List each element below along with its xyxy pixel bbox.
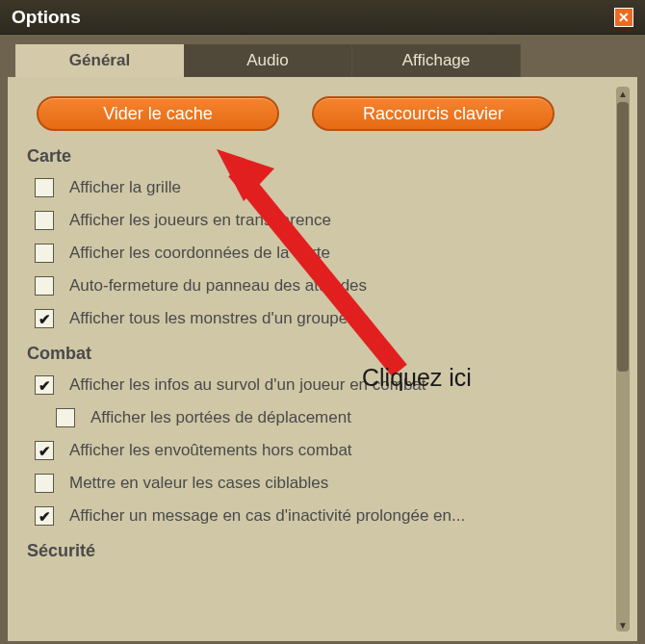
checkbox-movement-range[interactable] [56, 408, 75, 427]
tab-bar: Général Audio Affichage [0, 35, 645, 77]
options-window: Options ✕ Général Audio Affichage Vider … [0, 0, 645, 644]
option-row: Afficher les portées de déplacement [56, 404, 610, 431]
option-label: Afficher la grille [69, 178, 181, 197]
option-label: Afficher les envoûtements hors combat [69, 441, 352, 460]
option-row: Afficher la grille [35, 174, 610, 201]
option-row: Afficher un message en cas d'inactivité … [35, 502, 610, 529]
checkbox-inactivity-message[interactable] [35, 506, 54, 526]
option-row: Mettre en valeur les cases ciblables [35, 470, 610, 497]
window-title: Options [12, 7, 81, 28]
checkbox-show-all-monsters[interactable] [35, 309, 54, 328]
titlebar: Options ✕ [0, 0, 645, 35]
option-row: Afficher les coordonnées de la carte [35, 240, 610, 267]
checkbox-show-coords[interactable] [35, 244, 54, 263]
option-label: Afficher les portées de déplacement [90, 408, 351, 427]
scroll-area: Vider le cache Raccourcis clavier Carte … [27, 96, 610, 630]
tab-audio[interactable]: Audio [184, 44, 352, 77]
scrollbar[interactable]: ▲ ▼ [616, 87, 630, 631]
checkbox-players-transparent[interactable] [35, 211, 54, 230]
options-panel: Vider le cache Raccourcis clavier Carte … [8, 77, 637, 641]
section-heading-combat: Combat [27, 344, 610, 364]
option-label: Afficher un message en cas d'inactivité … [69, 506, 465, 526]
option-label: Mettre en valeur les cases ciblables [69, 474, 328, 493]
option-label: Afficher les infos au survol d'un joueur… [69, 375, 426, 395]
checkbox-auto-close-attitudes[interactable] [35, 276, 54, 296]
close-button[interactable]: ✕ [614, 8, 633, 27]
option-label: Afficher les coordonnées de la carte [69, 244, 330, 263]
option-label: Auto-fermeture du panneau des attitudes [69, 276, 367, 296]
option-row: Afficher les infos au survol d'un joueur… [35, 372, 610, 399]
section-heading-security: Sécurité [27, 541, 610, 561]
section-heading-map: Carte [27, 146, 610, 167]
option-label: Afficher les joueurs en transparence [69, 211, 331, 230]
checkbox-highlight-targetable[interactable] [35, 474, 54, 493]
option-row: Afficher les joueurs en transparence [35, 207, 610, 234]
option-label: Afficher tous les monstres d'un groupe [69, 309, 348, 328]
clear-cache-button[interactable]: Vider le cache [37, 96, 279, 131]
option-row: Afficher tous les monstres d'un groupe [35, 305, 610, 332]
scrollbar-up-icon[interactable]: ▲ [616, 87, 630, 100]
checkbox-hover-info-combat[interactable] [35, 375, 54, 395]
tab-display[interactable]: Affichage [352, 44, 521, 77]
checkbox-bewitchments-offcombat[interactable] [35, 441, 54, 460]
scrollbar-thumb[interactable] [617, 102, 629, 372]
keyboard-shortcuts-button[interactable]: Raccourcis clavier [312, 96, 555, 131]
close-icon: ✕ [618, 10, 630, 25]
scrollbar-down-icon[interactable]: ▼ [616, 618, 630, 631]
option-row: Auto-fermeture du panneau des attitudes [35, 272, 610, 299]
button-row: Vider le cache Raccourcis clavier [37, 96, 610, 131]
option-row: Afficher les envoûtements hors combat [35, 437, 610, 464]
checkbox-show-grid[interactable] [35, 178, 54, 197]
tab-general[interactable]: Général [15, 44, 184, 77]
